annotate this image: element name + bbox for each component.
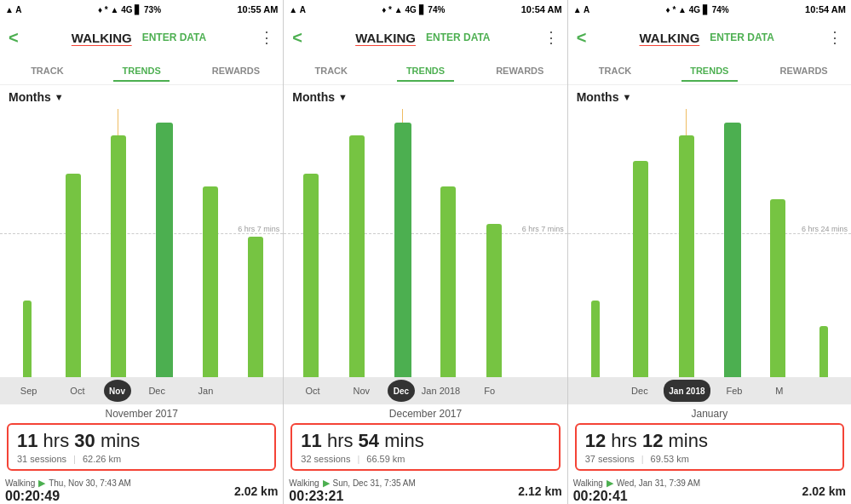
x-axis-label: Nov [104,380,131,402]
km-count: 62.26 km [83,454,121,464]
bar-group [233,109,279,377]
x-axis: SepOctNovDecJan [0,377,283,404]
tab-bar: TRACKTRENDSREWARDS [568,56,851,85]
months-selector[interactable]: Months ▼ [284,85,566,109]
last-entry: Walking ▶ Thu, Nov 30, 7:43 AM 00:20:49 … [0,474,283,504]
entry-distance: 2.02 km [234,484,278,498]
x-axis-label: Fo [465,386,514,396]
status-bar: ▲ A ♦ * ▲ 4G ▋ 74% 10:54 AM [284,0,566,19]
status-time: 10:54 AM [521,4,562,14]
status-bar: ▲ A ♦ * ▲ 4G ▋ 73% 10:55 AM [0,0,283,19]
hours: 12 [585,430,606,451]
tab-track[interactable]: TRACK [0,60,95,81]
tab-rewards[interactable]: REWARDS [473,60,567,81]
header-enter-data[interactable]: ENTER DATA [710,32,774,43]
bar-group [334,109,380,377]
tab-rewards[interactable]: REWARDS [189,60,284,81]
header-group: WALKING ENTER DATA [355,31,490,45]
tab-track[interactable]: TRACK [568,60,663,81]
entry-left: Walking ▶ Thu, Nov 30, 7:43 AM 00:20:49 [5,478,131,504]
entry-header: Walking ▶ Wed, Jan 31, 7:39 AM [573,478,700,489]
chart-bar [591,301,600,377]
header-enter-data[interactable]: ENTER DATA [142,32,207,43]
x-axis-label: Dec [133,386,181,396]
chart-bar [440,186,456,377]
chart-bar [819,326,828,377]
stats-box: 11 hrs 54 mins 32 sessions | 66.59 km [290,423,560,471]
header-menu[interactable]: ⋮ [543,28,559,47]
last-entry: Walking ▶ Sun, Dec 31, 7:35 AM 00:23:21 … [284,474,566,504]
sub-stats: 31 sessions | 62.26 km [17,454,266,464]
header-menu[interactable]: ⋮ [827,28,842,47]
entry-header: Walking ▶ Sun, Dec 31, 7:35 AM [289,478,415,489]
tab-rewards[interactable]: REWARDS [756,60,851,81]
bar-group [801,109,847,377]
chart-bar [349,135,365,377]
bar-group [425,109,471,377]
header-menu[interactable]: ⋮ [259,28,274,47]
x-axis-label: Nov [337,386,386,396]
panel-panel1: ▲ A ♦ * ▲ 4G ▋ 73% 10:55 AM < WALKING EN… [0,0,284,504]
km-count: 66.59 km [366,454,405,464]
x-axis-label: M [756,386,802,396]
back-button[interactable]: < [577,28,587,48]
panel-panel3: ▲ A ♦ * ▲ 4G ▋ 74% 10:54 AM < WALKING EN… [568,0,851,504]
activity-icon: ▶ [38,478,45,489]
entry-date: Thu, Nov 30, 7:43 AM [49,478,131,488]
months-dropdown-icon: ▼ [55,92,64,102]
activity-icon: ▶ [607,478,613,489]
status-time: 10:54 AM [805,4,846,14]
x-axis-label: Oct [288,386,336,396]
chart-area: 6 hrs 24 minsDecJan 2018FebM [568,109,851,404]
divider: | [73,454,76,464]
mins: 54 [359,430,379,451]
big-time: 11 hrs 54 mins [301,430,549,452]
x-axis-label: Oct [53,386,101,396]
tab-trends[interactable]: TRENDS [662,60,756,81]
entry-distance: 2.12 km [518,484,561,498]
chart-inner: 6 hrs 7 minsOctNovDecJan 2018Fo [284,109,566,404]
data-section: November 201711 hrs 30 mins 31 sessions … [0,404,283,474]
tab-track[interactable]: TRACK [284,60,378,81]
chart-inner: 6 hrs 24 minsDecJan 2018FebM [568,109,851,404]
chart-bar [156,123,173,377]
x-axis-label: Jan 2018 [664,380,710,402]
entry-date: Wed, Jan 31, 7:39 AM [617,478,700,488]
chart-bar [724,123,741,377]
sessions-count: 32 sessions [301,454,350,464]
tab-bar: TRACKTRENDSREWARDS [284,56,566,85]
bar-group [380,109,426,377]
chart-area: 6 hrs 7 minsSepOctNovDecJan [0,109,283,404]
back-button[interactable]: < [292,28,302,48]
tab-trends[interactable]: TRENDS [378,60,473,81]
x-axis: OctNovDecJan 2018Fo [284,377,566,404]
months-selector[interactable]: Months ▼ [568,85,851,109]
bar-group [50,109,96,377]
back-button[interactable]: < [9,28,19,48]
tab-trends[interactable]: TRENDS [95,60,189,81]
activity-label: Walking [5,478,35,488]
months-dropdown-icon: ▼ [338,92,348,102]
header-title: WALKING [72,31,132,45]
header-group: WALKING ENTER DATA [72,31,206,45]
big-time: 11 hrs 30 mins [17,430,266,452]
sessions-count: 37 sessions [585,454,635,464]
status-left: ▲ A [289,5,306,14]
bar-group [4,109,50,377]
entry-header: Walking ▶ Thu, Nov 30, 7:43 AM [5,478,131,489]
x-axis-label: Jan [181,386,230,396]
divider: | [641,454,644,464]
entry-date: Sun, Dec 31, 7:35 AM [333,478,416,488]
bars-container [568,109,851,377]
chart-bar [248,237,263,377]
months-selector[interactable]: Months ▼ [0,85,283,109]
status-icons: ♦ * ▲ 4G ▋ 74% [382,5,445,14]
activity-label: Walking [289,478,319,488]
header-enter-data[interactable]: ENTER DATA [426,32,491,43]
status-time: 10:55 AM [237,4,278,14]
chart-bar [679,135,694,377]
x-axis-label: Dec [617,386,662,396]
months-label: Months [9,90,51,104]
bar-group [141,109,187,377]
entry-distance: 2.02 km [802,484,846,498]
